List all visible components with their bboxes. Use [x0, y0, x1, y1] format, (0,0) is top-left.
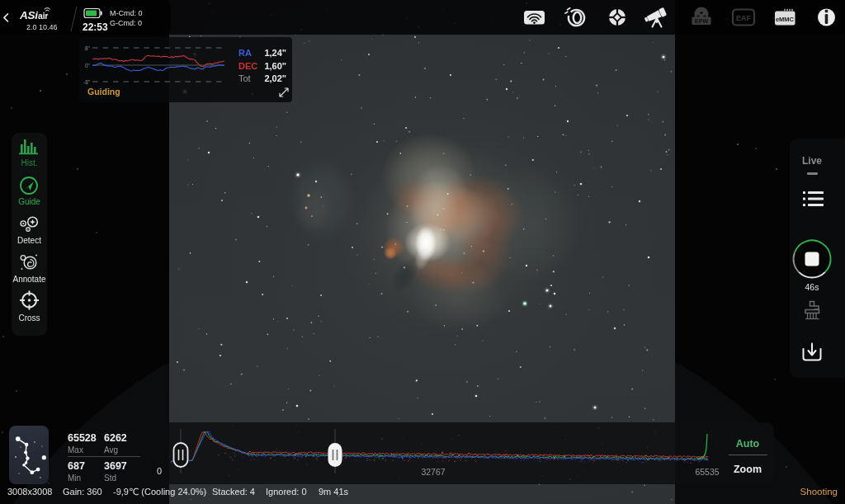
svg-text:1,60": 1,60" — [264, 61, 286, 71]
svg-text:Annotate: Annotate — [12, 275, 45, 284]
svg-text:ASi: ASi — [19, 9, 38, 21]
svg-text:Tot: Tot — [238, 73, 251, 83]
svg-text:32767: 32767 — [421, 467, 445, 477]
svg-text:Auto: Auto — [736, 438, 760, 450]
svg-text:0": 0" — [85, 63, 91, 68]
svg-text:Zoom: Zoom — [734, 464, 762, 475]
svg-text:Guide: Guide — [18, 197, 40, 206]
svg-text:G-Cmd: 0: G-Cmd: 0 — [110, 19, 142, 27]
svg-text:Cross: Cross — [18, 313, 40, 323]
svg-text:2,02": 2,02" — [264, 73, 286, 83]
svg-text:2.0 10.46: 2.0 10.46 — [26, 23, 58, 31]
svg-text:air: air — [38, 11, 48, 21]
svg-text:EFW: EFW — [695, 17, 710, 25]
svg-text:DEC: DEC — [238, 61, 257, 71]
svg-text:65535: 65535 — [695, 467, 719, 477]
svg-text:RA: RA — [238, 48, 252, 58]
svg-text:eMMC: eMMC — [776, 16, 795, 23]
svg-text:Detect: Detect — [17, 236, 41, 245]
svg-text:8": 8" — [85, 45, 91, 51]
svg-text:-8": -8" — [83, 79, 91, 85]
svg-text:22:53: 22:53 — [83, 21, 108, 33]
svg-text:M-Cmd: 0: M-Cmd: 0 — [110, 9, 143, 17]
svg-text:1,24": 1,24" — [264, 48, 286, 58]
svg-text:Hist.: Hist. — [21, 158, 38, 167]
svg-text:46s: 46s — [805, 282, 819, 292]
svg-text:Guiding: Guiding — [87, 87, 120, 97]
svg-text:EAF: EAF — [736, 14, 752, 22]
